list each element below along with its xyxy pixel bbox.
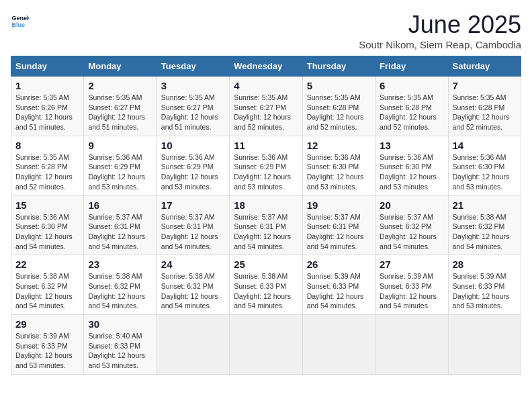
day-number: 5 (307, 80, 371, 91)
calendar-week-5: 29 Sunrise: 5:39 AM Sunset: 6:33 PM Dayl… (11, 315, 521, 375)
day-number: 19 (307, 199, 371, 211)
day-detail: Sunrise: 5:39 AM Sunset: 6:33 PM Dayligh… (15, 331, 79, 371)
calendar-cell: 24 Sunrise: 5:38 AM Sunset: 6:32 PM Dayl… (157, 255, 229, 315)
calendar-cell: 1 Sunrise: 5:35 AM Sunset: 6:26 PM Dayli… (11, 77, 84, 136)
day-number: 22 (15, 259, 79, 270)
day-detail: Sunrise: 5:40 AM Sunset: 6:33 PM Dayligh… (88, 331, 152, 371)
logo-icon: General Blue (11, 11, 30, 30)
day-detail: Sunrise: 5:35 AM Sunset: 6:26 PM Dayligh… (15, 93, 79, 132)
day-detail: Sunrise: 5:35 AM Sunset: 6:28 PM Dayligh… (15, 152, 79, 192)
day-number: 9 (88, 140, 152, 151)
day-number: 21 (453, 199, 517, 211)
calendar-cell: 23 Sunrise: 5:38 AM Sunset: 6:32 PM Dayl… (84, 255, 157, 315)
day-number: 11 (234, 140, 298, 151)
logo: General Blue (11, 11, 30, 30)
calendar-cell: 14 Sunrise: 5:36 AM Sunset: 6:30 PM Dayl… (448, 136, 521, 195)
calendar-cell (230, 315, 302, 375)
title-area: June 2025 Soutr Nikom, Siem Reap, Cambod… (359, 11, 521, 50)
header-monday: Monday (84, 56, 157, 77)
calendar-cell: 4 Sunrise: 5:35 AM Sunset: 6:27 PM Dayli… (230, 77, 302, 136)
header-thursday: Thursday (302, 56, 375, 77)
calendar-cell: 7 Sunrise: 5:35 AM Sunset: 6:28 PM Dayli… (448, 77, 521, 136)
header-wednesday: Wednesday (230, 56, 302, 77)
calendar-cell (302, 315, 375, 375)
day-detail: Sunrise: 5:37 AM Sunset: 6:31 PM Dayligh… (234, 212, 298, 252)
calendar-cell: 22 Sunrise: 5:38 AM Sunset: 6:32 PM Dayl… (11, 255, 84, 315)
day-number: 25 (234, 259, 298, 270)
calendar-cell: 10 Sunrise: 5:36 AM Sunset: 6:29 PM Dayl… (157, 136, 229, 195)
page-subtitle: Soutr Nikom, Siem Reap, Cambodia (359, 39, 521, 50)
day-number: 28 (453, 259, 517, 270)
day-detail: Sunrise: 5:36 AM Sunset: 6:30 PM Dayligh… (453, 152, 517, 192)
calendar-cell: 21 Sunrise: 5:38 AM Sunset: 6:32 PM Dayl… (448, 195, 521, 255)
calendar-cell: 15 Sunrise: 5:36 AM Sunset: 6:30 PM Dayl… (11, 195, 84, 255)
calendar-week-1: 1 Sunrise: 5:35 AM Sunset: 6:26 PM Dayli… (11, 77, 521, 136)
day-detail: Sunrise: 5:38 AM Sunset: 6:32 PM Dayligh… (88, 271, 152, 311)
day-number: 18 (234, 199, 298, 211)
calendar-cell: 12 Sunrise: 5:36 AM Sunset: 6:30 PM Dayl… (302, 136, 375, 195)
page-title: June 2025 (359, 11, 521, 39)
calendar-header-row: SundayMondayTuesdayWednesdayThursdayFrid… (11, 56, 521, 77)
calendar-cell: 26 Sunrise: 5:39 AM Sunset: 6:33 PM Dayl… (302, 255, 375, 315)
day-number: 3 (161, 80, 225, 91)
day-detail: Sunrise: 5:36 AM Sunset: 6:29 PM Dayligh… (88, 152, 152, 192)
day-detail: Sunrise: 5:36 AM Sunset: 6:30 PM Dayligh… (15, 212, 79, 252)
day-detail: Sunrise: 5:35 AM Sunset: 6:27 PM Dayligh… (234, 93, 298, 132)
day-number: 7 (453, 80, 517, 91)
calendar-cell: 30 Sunrise: 5:40 AM Sunset: 6:33 PM Dayl… (84, 315, 157, 375)
calendar-cell: 8 Sunrise: 5:35 AM Sunset: 6:28 PM Dayli… (11, 136, 84, 195)
day-number: 2 (88, 80, 152, 91)
calendar-cell: 3 Sunrise: 5:35 AM Sunset: 6:27 PM Dayli… (157, 77, 229, 136)
svg-text:Blue: Blue (11, 21, 25, 28)
calendar-cell: 18 Sunrise: 5:37 AM Sunset: 6:31 PM Dayl… (230, 195, 302, 255)
header-saturday: Saturday (448, 56, 521, 77)
calendar-cell: 17 Sunrise: 5:37 AM Sunset: 6:31 PM Dayl… (157, 195, 229, 255)
day-detail: Sunrise: 5:38 AM Sunset: 6:32 PM Dayligh… (453, 212, 517, 252)
day-detail: Sunrise: 5:35 AM Sunset: 6:28 PM Dayligh… (307, 93, 371, 132)
day-number: 29 (15, 318, 79, 330)
day-number: 16 (88, 199, 152, 211)
calendar-cell: 20 Sunrise: 5:37 AM Sunset: 6:32 PM Dayl… (375, 195, 448, 255)
day-number: 23 (88, 259, 152, 270)
calendar-table: SundayMondayTuesdayWednesdayThursdayFrid… (11, 56, 521, 375)
day-number: 8 (15, 140, 79, 151)
day-number: 24 (161, 259, 225, 270)
calendar-cell: 6 Sunrise: 5:35 AM Sunset: 6:28 PM Dayli… (375, 77, 448, 136)
calendar-cell: 16 Sunrise: 5:37 AM Sunset: 6:31 PM Dayl… (84, 195, 157, 255)
header-friday: Friday (375, 56, 448, 77)
calendar-cell: 25 Sunrise: 5:38 AM Sunset: 6:33 PM Dayl… (230, 255, 302, 315)
calendar-week-3: 15 Sunrise: 5:36 AM Sunset: 6:30 PM Dayl… (11, 195, 521, 255)
day-detail: Sunrise: 5:39 AM Sunset: 6:33 PM Dayligh… (380, 271, 443, 311)
calendar-cell: 13 Sunrise: 5:36 AM Sunset: 6:30 PM Dayl… (375, 136, 448, 195)
day-detail: Sunrise: 5:35 AM Sunset: 6:28 PM Dayligh… (453, 93, 517, 132)
calendar-cell: 11 Sunrise: 5:36 AM Sunset: 6:29 PM Dayl… (230, 136, 302, 195)
day-detail: Sunrise: 5:37 AM Sunset: 6:31 PM Dayligh… (307, 212, 371, 252)
day-detail: Sunrise: 5:37 AM Sunset: 6:32 PM Dayligh… (380, 212, 443, 252)
calendar-cell (375, 315, 448, 375)
header: General Blue June 2025 Soutr Nikom, Siem… (11, 11, 521, 50)
day-number: 20 (380, 199, 443, 211)
day-detail: Sunrise: 5:39 AM Sunset: 6:33 PM Dayligh… (307, 271, 371, 311)
day-detail: Sunrise: 5:38 AM Sunset: 6:32 PM Dayligh… (15, 271, 79, 311)
day-number: 17 (161, 199, 225, 211)
calendar-cell: 9 Sunrise: 5:36 AM Sunset: 6:29 PM Dayli… (84, 136, 157, 195)
day-detail: Sunrise: 5:39 AM Sunset: 6:33 PM Dayligh… (453, 271, 517, 311)
day-detail: Sunrise: 5:36 AM Sunset: 6:29 PM Dayligh… (161, 152, 225, 192)
header-sunday: Sunday (11, 56, 84, 77)
day-detail: Sunrise: 5:36 AM Sunset: 6:30 PM Dayligh… (380, 152, 443, 192)
calendar-cell (157, 315, 229, 375)
day-number: 10 (161, 140, 225, 151)
calendar-week-4: 22 Sunrise: 5:38 AM Sunset: 6:32 PM Dayl… (11, 255, 521, 315)
day-detail: Sunrise: 5:38 AM Sunset: 6:33 PM Dayligh… (234, 271, 298, 311)
day-number: 12 (307, 140, 371, 151)
day-detail: Sunrise: 5:37 AM Sunset: 6:31 PM Dayligh… (88, 212, 152, 252)
day-number: 30 (88, 318, 152, 330)
day-detail: Sunrise: 5:38 AM Sunset: 6:32 PM Dayligh… (161, 271, 225, 311)
calendar-cell (448, 315, 521, 375)
day-number: 26 (307, 259, 371, 270)
day-number: 27 (380, 259, 443, 270)
day-number: 1 (15, 80, 79, 91)
calendar-cell: 5 Sunrise: 5:35 AM Sunset: 6:28 PM Dayli… (302, 77, 375, 136)
day-detail: Sunrise: 5:37 AM Sunset: 6:31 PM Dayligh… (161, 212, 225, 252)
day-number: 14 (453, 140, 517, 151)
